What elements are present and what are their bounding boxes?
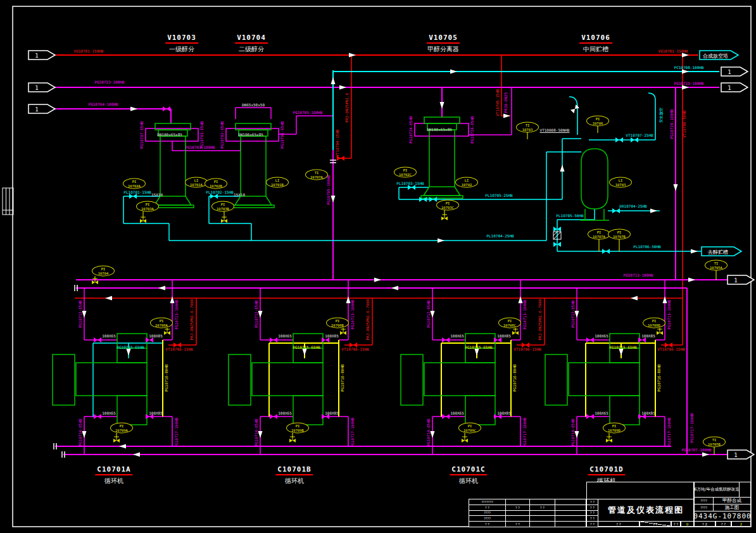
pipes-magenta	[54, 87, 728, 455]
pipes-red	[54, 55, 698, 345]
project-name-cell: 6万吨/年合成氨联醇改造	[694, 482, 740, 498]
title-block-cell: ? ?	[469, 521, 506, 527]
title-block-cell: ? ?	[715, 521, 731, 527]
title-block-cell: 0	[681, 521, 694, 527]
title-block-cell: 2	[731, 521, 751, 527]
title-block-cell: ? ?	[586, 521, 598, 527]
drawing-title: 管道及仪表流程图	[598, 499, 694, 522]
equipment-green	[53, 117, 639, 425]
title-block-spare-cell	[586, 482, 694, 499]
compressor-c10701c	[401, 334, 495, 425]
title-block-cell: ? ?	[639, 521, 671, 527]
compressor-c10701a	[53, 334, 147, 425]
drawing-title-text: 管道及仪表流程图	[608, 505, 684, 516]
piping-diagram-canvas	[0, 0, 756, 533]
vessel-v10705	[421, 117, 463, 198]
vessel-v10704	[232, 123, 274, 208]
vessel-v10703	[152, 123, 194, 208]
title-block-cell	[529, 521, 555, 527]
title-block-cell: ? ?	[671, 521, 681, 527]
compressor-c10701d	[545, 334, 639, 425]
project-spare-cell	[739, 482, 751, 498]
title-block-cell	[555, 521, 586, 527]
sheet-frame	[3, 6, 751, 527]
title-block-cell: ? 2	[694, 521, 715, 527]
cad-pid-drawing: VG10701-150HBVG10701-150HBPG10723-100HBP…	[0, 0, 756, 533]
title-block-cell: ? ?	[598, 521, 639, 527]
drawing-number: S0434G-1078003	[694, 511, 751, 522]
compressor-c10701b	[229, 334, 323, 425]
pipes-cyan	[93, 70, 719, 417]
flow-arrows	[54, 53, 709, 458]
title-block-cell: ? ?	[505, 521, 530, 527]
